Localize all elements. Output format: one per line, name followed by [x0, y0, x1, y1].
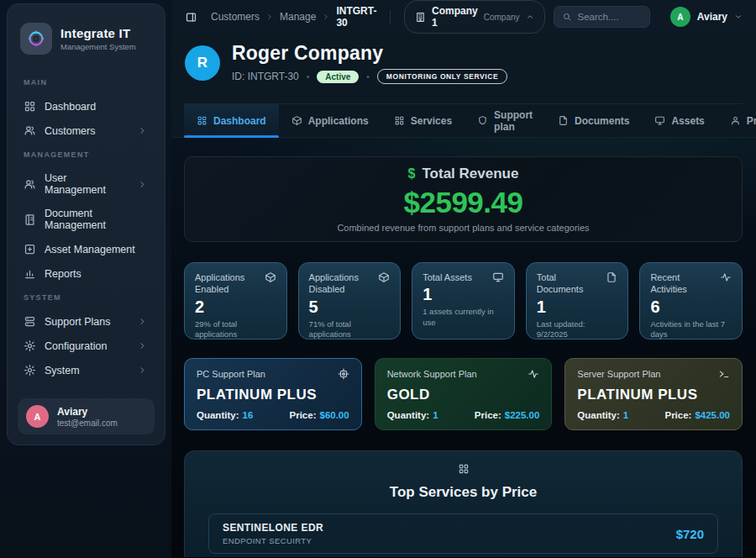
service-category: ENDPOINT SECUIRTY	[223, 536, 323, 545]
tab-bar: Dashboard Applications Services Support …	[171, 104, 756, 138]
price-label: Price:	[290, 410, 317, 420]
search-box	[554, 6, 650, 28]
nav-section-management: MANAGEMENT User Management Document Mana…	[18, 150, 154, 285]
sidebar-item-support-plans[interactable]: Support Plans	[18, 310, 154, 333]
chevron-right-icon	[265, 13, 274, 21]
stat-card-applications-disabled: Applications Disabled 5 71% of total app…	[298, 262, 402, 340]
gear-icon	[24, 364, 36, 376]
tab-dashboard[interactable]: Dashboard	[184, 104, 279, 137]
topbar: Customers Manage INTGRT-30 Company 1 Com…	[171, 0, 756, 34]
stat-label: Total Assets	[423, 271, 472, 283]
service-list-item: SENTINELONE EDR ENDPOINT SECUIRTY $720	[208, 513, 718, 554]
bar-chart-icon	[24, 267, 36, 280]
avatar: A	[670, 7, 690, 27]
plan-name: GOLD	[387, 387, 540, 403]
sidebar-item-customers[interactable]: Customers	[18, 119, 154, 142]
price-value: $225.00	[505, 410, 540, 420]
sidebar-toggle-icon[interactable]	[185, 11, 197, 24]
file-icon	[558, 115, 569, 126]
top-services-title: Top Services by Price	[208, 484, 718, 501]
revenue-amount: $2599.49	[404, 186, 523, 219]
cpu-icon	[338, 368, 349, 380]
sidebar-user-name: Aviary	[57, 406, 118, 418]
quantity-value: 1	[623, 410, 628, 420]
quantity-label: Quantity:	[197, 410, 239, 420]
dot-separator: •	[366, 72, 370, 82]
price-label: Price:	[475, 410, 501, 420]
main-area: Customers Manage INTGRT-30 Company 1 Com…	[171, 0, 756, 558]
tab-assets[interactable]: Assets	[642, 104, 717, 137]
stat-label: Applications Enabled	[195, 271, 260, 296]
tab-applications[interactable]: Applications	[279, 104, 381, 137]
stat-label: Recent Activities	[650, 271, 716, 296]
grid-icon	[197, 115, 207, 126]
sidebar-item-reports[interactable]: Reports	[18, 262, 154, 285]
total-revenue-card: $ Total Revenue $2599.49 Combined revenu…	[184, 156, 743, 242]
sidebar-item-label: Configuration	[45, 340, 128, 352]
brand: Integrate IT Management System	[20, 23, 152, 55]
page-header: R Roger Company ID: INTGRT-30 • Active •…	[171, 34, 756, 104]
sidebar-item-label: Document Management	[45, 208, 149, 231]
stat-value: 6	[650, 297, 732, 317]
nav-section-system: SYSTEM Support Plans Configuration Syste…	[18, 293, 154, 382]
app-logo-icon	[20, 23, 52, 55]
plan-category: PC Support Plan	[197, 369, 265, 379]
sidebar-user-card[interactable]: A Aviary test@email.com	[18, 398, 155, 434]
stat-caption: 71% of total applications	[309, 319, 391, 341]
nav-section-label: MAIN	[24, 78, 149, 87]
search-input[interactable]	[578, 12, 642, 22]
tab-label: Applications	[308, 115, 369, 127]
breadcrumb-customers[interactable]: Customers	[211, 11, 260, 23]
person-icon	[730, 115, 741, 126]
avatar: A	[26, 405, 49, 428]
plan-card-server: Server Support Plan PLATINUM PLUS Quanti…	[564, 358, 743, 430]
plan-name: PLATINUM PLUS	[577, 387, 730, 403]
quantity-label: Quantity:	[387, 410, 429, 420]
activity-icon	[528, 368, 539, 380]
stat-caption: 29% of total applications	[195, 319, 276, 341]
package-icon	[291, 115, 302, 126]
tab-support-plan[interactable]: Support plan	[465, 104, 545, 137]
sidebar-item-asset-management[interactable]: Asset Management	[18, 238, 154, 261]
dot-separator: •	[307, 72, 310, 82]
building-icon	[415, 12, 426, 23]
user-menu[interactable]: A Aviary	[670, 7, 743, 27]
tab-profile[interactable]: Profile	[717, 104, 756, 137]
sidebar-item-system[interactable]: System	[18, 359, 154, 382]
tab-documents[interactable]: Documents	[545, 104, 642, 137]
sidebar-item-user-management[interactable]: User Management	[18, 167, 154, 201]
stat-card-applications-enabled: Applications Enabled 2 29% of total appl…	[184, 262, 287, 340]
stat-caption: Activities in the last 7 days	[650, 319, 732, 341]
stat-caption: Last updated: 9/2/2025	[537, 319, 618, 341]
sidebar-item-document-management[interactable]: Document Management	[18, 203, 154, 236]
stat-value: 2	[195, 297, 276, 317]
tab-label: Services	[411, 115, 452, 127]
tab-services[interactable]: Services	[381, 104, 465, 137]
monitor-icon	[492, 271, 504, 283]
stat-value: 5	[309, 297, 391, 317]
plan-category: Network Support Plan	[387, 369, 477, 379]
stats-row: Applications Enabled 2 29% of total appl…	[184, 262, 743, 340]
sidebar-item-label: System	[45, 365, 128, 376]
revenue-title: Total Revenue	[422, 166, 518, 182]
plan-card-network: Network Support Plan GOLD Quantity:1 Pri…	[375, 358, 553, 430]
sidebar-item-configuration[interactable]: Configuration	[18, 334, 154, 357]
stat-label: Total Documents	[537, 271, 602, 296]
chevron-right-icon	[322, 13, 330, 21]
package-icon	[378, 271, 390, 283]
sidebar-item-label: Support Plans	[45, 316, 128, 328]
status-badge: Active	[317, 71, 359, 83]
breadcrumb: Customers Manage INTGRT-30	[211, 5, 376, 29]
sidebar-item-dashboard[interactable]: Dashboard	[18, 95, 154, 118]
breadcrumb-manage[interactable]: Manage	[280, 11, 316, 23]
brand-name: Integrate IT	[60, 26, 136, 40]
stat-value: 1	[537, 297, 618, 317]
service-price: $720	[676, 527, 704, 541]
chevron-right-icon	[136, 364, 149, 376]
tab-label: Dashboard	[213, 115, 266, 127]
chevron-right-icon	[136, 124, 149, 137]
company-selector[interactable]: Company 1 Company	[404, 0, 545, 34]
breadcrumb-current: INTGRT-30	[336, 5, 376, 29]
plan-card-pc: PC Support Plan PLATINUM PLUS Quantity:1…	[184, 358, 362, 430]
terminal-icon	[718, 368, 730, 380]
